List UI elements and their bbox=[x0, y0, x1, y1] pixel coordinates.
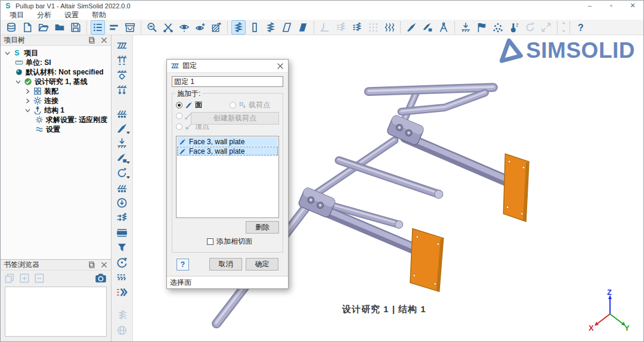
bearing-load-icon[interactable] bbox=[114, 181, 130, 195]
database-icon[interactable] bbox=[4, 20, 18, 35]
vibration-icon[interactable] bbox=[382, 20, 397, 35]
hollow-bar-icon[interactable] bbox=[247, 20, 262, 35]
maximize-button[interactable]: ▫ bbox=[600, 1, 622, 11]
bolt-connection-icon[interactable] bbox=[231, 20, 246, 35]
radio-face[interactable]: 面 bbox=[176, 100, 230, 110]
enforced-displacement-icon[interactable] bbox=[114, 210, 130, 225]
tree-item-design-study[interactable]: 设计研究 1, 基线 bbox=[1, 77, 111, 86]
spring-damper-icon[interactable] bbox=[334, 20, 348, 35]
bookmark-browser-icon[interactable] bbox=[123, 20, 137, 35]
plate-filled-icon[interactable] bbox=[296, 20, 310, 35]
menu-analysis[interactable]: 分析 bbox=[30, 11, 58, 20]
copy-bookmark-icon[interactable] bbox=[4, 273, 15, 284]
bolt-alt-icon[interactable] bbox=[264, 20, 278, 35]
chevron-down-icon[interactable] bbox=[4, 50, 11, 57]
new-document-icon[interactable] bbox=[20, 20, 35, 35]
apply-face-icon[interactable] bbox=[420, 20, 435, 35]
immovable-support-icon[interactable] bbox=[114, 38, 130, 53]
virtual-part-icon[interactable] bbox=[114, 323, 130, 338]
list-item-face[interactable]: Face 3, wall plate bbox=[177, 137, 278, 146]
foot-support-icon[interactable] bbox=[318, 20, 332, 35]
help-icon[interactable] bbox=[574, 20, 588, 35]
rotating-force-icon[interactable] bbox=[114, 255, 130, 270]
menu-settings[interactable]: 设置 bbox=[58, 11, 85, 20]
plate-outline-icon[interactable] bbox=[280, 20, 294, 35]
show-hide-icon[interactable] bbox=[177, 20, 191, 35]
review-loads-icon[interactable] bbox=[114, 285, 130, 300]
close-button[interactable]: ✕ bbox=[622, 1, 643, 11]
project-tree-icon[interactable] bbox=[91, 20, 105, 35]
create-load-point-button[interactable]: 创建新载荷点 bbox=[191, 112, 279, 125]
tree-item-settings[interactable]: 设置 bbox=[1, 125, 111, 134]
force-icon[interactable] bbox=[114, 121, 130, 136]
hydrostatic-load-icon[interactable] bbox=[114, 240, 130, 255]
float-panel-icon[interactable] bbox=[89, 36, 97, 44]
thermal-icon[interactable] bbox=[507, 20, 521, 35]
sliding-support-icon[interactable] bbox=[114, 53, 130, 68]
capture-camera-icon[interactable] bbox=[94, 272, 107, 284]
tree-item-project[interactable]: 项目 bbox=[1, 48, 111, 58]
chevron-right-icon[interactable] bbox=[24, 88, 31, 95]
tangent-checkbox-row[interactable]: 添加相切面 bbox=[176, 235, 279, 248]
remote-load-icon[interactable] bbox=[114, 151, 130, 166]
dialog-close-icon[interactable] bbox=[276, 62, 284, 70]
measure-icon[interactable] bbox=[436, 20, 451, 35]
spring-connector-icon[interactable] bbox=[114, 308, 130, 323]
chevron-down-icon[interactable] bbox=[24, 107, 31, 114]
section-cut-icon[interactable] bbox=[209, 20, 224, 35]
rotate-view-icon[interactable] bbox=[523, 20, 537, 35]
constraint-name-input[interactable] bbox=[172, 76, 283, 87]
torque-icon[interactable] bbox=[114, 166, 130, 181]
cancel-button[interactable]: 取消 bbox=[209, 258, 242, 271]
ok-button[interactable]: 确定 bbox=[246, 258, 278, 271]
explode-view-icon[interactable] bbox=[491, 20, 505, 35]
dialog-help-button[interactable]: ? bbox=[177, 259, 189, 271]
menu-help[interactable]: 帮助 bbox=[85, 11, 113, 20]
show-all-icon[interactable] bbox=[193, 20, 208, 35]
resize-view-icon[interactable] bbox=[539, 20, 553, 35]
save-icon[interactable] bbox=[69, 20, 83, 35]
menu-project[interactable]: 项目 bbox=[3, 11, 30, 20]
wind-load-icon[interactable] bbox=[475, 20, 489, 35]
float-panel-icon[interactable] bbox=[89, 261, 97, 269]
chevron-down-icon[interactable] bbox=[15, 79, 21, 85]
add-bookmark-icon[interactable] bbox=[19, 273, 30, 284]
distributed-mass-icon[interactable] bbox=[114, 106, 130, 121]
bolt-dots-icon[interactable] bbox=[350, 20, 364, 35]
chevron-right-icon[interactable] bbox=[24, 98, 31, 104]
tree-item-units[interactable]: 单位: SI bbox=[1, 58, 111, 67]
close-panel-icon[interactable] bbox=[100, 261, 108, 269]
dialog-titlebar[interactable]: 固定 bbox=[167, 60, 288, 73]
load-point-icon bbox=[239, 101, 246, 109]
delete-button[interactable]: 删除 bbox=[246, 221, 279, 234]
pressure-icon[interactable] bbox=[114, 136, 130, 151]
tree-item-solver-settings[interactable]: 求解设置: 适应刚度 bbox=[1, 115, 111, 125]
selected-faces-list[interactable]: Face 3, wall plate Face 3, wall plate bbox=[176, 136, 279, 218]
notes-icon[interactable] bbox=[107, 20, 121, 35]
tree-item-material[interactable]: 默认材料: Not specified bbox=[1, 67, 111, 77]
thermal-condition-icon[interactable] bbox=[114, 270, 130, 285]
tree-item-assembly[interactable]: 装配 bbox=[1, 86, 111, 96]
hinge-support-icon[interactable] bbox=[114, 68, 130, 83]
gravity-icon[interactable] bbox=[459, 20, 473, 35]
spot-displacement-icon[interactable] bbox=[114, 83, 130, 98]
bookmark-list-area[interactable] bbox=[5, 287, 107, 337]
tangent-checkbox[interactable] bbox=[207, 238, 213, 245]
separate-parts-icon[interactable] bbox=[161, 20, 175, 35]
angular-velocity-icon[interactable] bbox=[114, 195, 130, 210]
arrow-down-icon[interactable] bbox=[559, 27, 568, 35]
close-panel-icon[interactable] bbox=[100, 36, 108, 44]
tree-item-structure[interactable]: 结构 1 bbox=[1, 105, 111, 115]
radio-load-point[interactable]: 载荷点 bbox=[230, 100, 279, 110]
open-folder-icon[interactable] bbox=[36, 20, 51, 35]
find-part-icon[interactable] bbox=[145, 20, 159, 35]
tree-item-connections[interactable]: 连接 bbox=[1, 96, 111, 105]
flexible-support-icon[interactable] bbox=[114, 225, 130, 240]
select-face-icon[interactable] bbox=[404, 20, 419, 35]
folder-icon[interactable] bbox=[52, 20, 67, 35]
remove-bookmark-icon[interactable] bbox=[34, 273, 45, 284]
grid-points-icon[interactable] bbox=[366, 20, 380, 35]
minimize-button[interactable]: – bbox=[579, 1, 600, 11]
arrow-up-icon[interactable] bbox=[559, 20, 568, 27]
list-item-face[interactable]: Face 3, wall plate bbox=[177, 147, 278, 156]
